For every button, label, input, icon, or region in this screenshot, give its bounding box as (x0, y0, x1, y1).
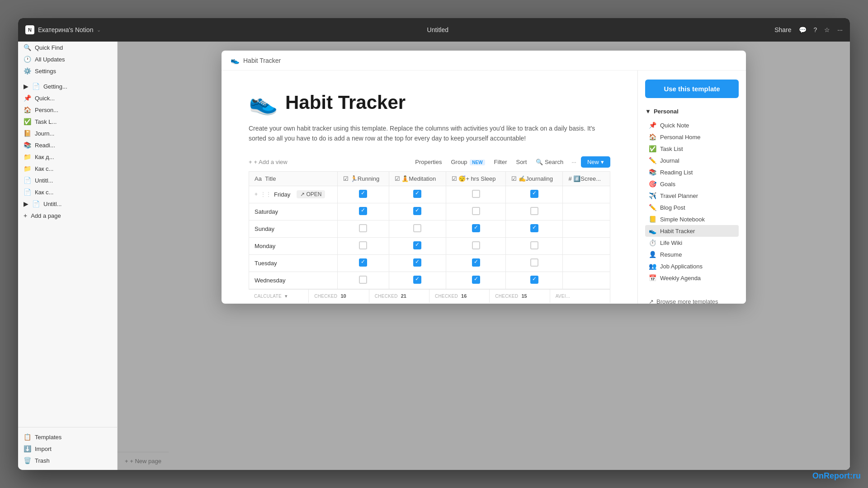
checkbox-cell[interactable] (472, 241, 480, 249)
checkbox-cell[interactable] (413, 224, 421, 232)
search-button[interactable]: 🔍 Search (532, 157, 567, 167)
checkbox-cell[interactable] (413, 190, 421, 198)
sidebar-item-updates[interactable]: 🕐 All Updates (18, 53, 117, 65)
panel-item-personal-home[interactable]: 🏠Personal Home (645, 131, 739, 143)
checkbox-cell[interactable] (472, 258, 480, 267)
new-record-button[interactable]: New ▾ (581, 156, 610, 168)
journaling-cell (506, 237, 563, 254)
open-record-button[interactable]: ↗ OPEN (297, 190, 325, 198)
checkbox-cell[interactable] (472, 207, 480, 215)
sidebar-item-journal[interactable]: 📔 Journ... (18, 127, 117, 139)
sidebar-item-kak3[interactable]: 📄 Как с... (18, 186, 117, 198)
panel-item-simple-notebook[interactable]: 📒Simple Notebook (645, 213, 739, 225)
sidebar-item-untitled[interactable]: 📄 Untitl... (18, 174, 117, 186)
meditation-cell (389, 237, 446, 254)
sidebar-trash[interactable]: 🗑️ Trash (18, 455, 117, 466)
item-icon: 👤 (649, 251, 656, 258)
sidebar-item-kak1[interactable]: 📁 Как д... (18, 151, 117, 163)
more-icon[interactable]: ··· (837, 26, 843, 33)
sidebar-item-kak2[interactable]: 📁 Как с... (18, 163, 117, 174)
sidebar-item-quick[interactable]: 📌 Quick... (18, 92, 117, 104)
right-panel: Use this template ▼ Personal 📌Quick Note… (637, 70, 746, 304)
modal-back-icon[interactable]: 👟 (231, 56, 240, 65)
sidebar-item-settings[interactable]: ⚙️ Settings (18, 65, 117, 77)
panel-item-quick-note[interactable]: 📌Quick Note (645, 119, 739, 131)
template-title-row: 👟 Habit Tracker (249, 89, 610, 116)
item-icon: 🎯 (649, 180, 656, 188)
panel-item-habit-tracker[interactable]: 👟Habit Tracker (645, 225, 739, 237)
add-row-button[interactable]: + (255, 191, 258, 197)
sidebar-item-search[interactable]: 🔍 Quick Find (18, 42, 117, 53)
browse-more-button[interactable]: ↗ Browse more templates (645, 295, 739, 304)
sidebar-item-getting[interactable]: ▶ 📄 Getting... (18, 80, 117, 92)
checkbox-cell[interactable] (413, 207, 421, 215)
checkbox-cell[interactable] (359, 207, 367, 215)
panel-item-resume[interactable]: 👤Resume (645, 249, 739, 260)
sidebar-item-personal[interactable]: 🏠 Person... (18, 104, 117, 116)
favorite-icon[interactable]: ☆ (824, 26, 830, 33)
group-button[interactable]: Group NEW (447, 157, 488, 167)
properties-button[interactable]: Properties (411, 157, 445, 167)
sidebar-import[interactable]: ⬇️ Import (18, 443, 117, 455)
panel-item-travel-planner[interactable]: ✈️Travel Planner (645, 190, 739, 202)
sidebar-templates[interactable]: 📋 Templates (18, 431, 117, 443)
more-options-button[interactable]: ··· (569, 157, 579, 167)
item-label: Simple Notebook (660, 216, 705, 223)
main-layout: 🔍 Quick Find 🕐 All Updates ⚙️ Settings ▶… (18, 42, 850, 470)
table-toolbar: + + Add a view Properties Group NEW Filt… (249, 156, 610, 168)
text-type-icon: Aa (255, 175, 262, 182)
journaling-cell (506, 186, 563, 203)
panel-item-job-applications[interactable]: 👥Job Applications (645, 260, 739, 272)
checkbox-cell[interactable] (530, 207, 538, 215)
checkbox-cell[interactable] (359, 190, 367, 198)
panel-item-blog-post[interactable]: ✏️Blog Post (645, 202, 739, 213)
checkbox-cell[interactable] (359, 241, 367, 249)
share-button[interactable]: Share (774, 26, 791, 33)
template-title: Habit Tracker (285, 92, 406, 113)
checkbox-cell[interactable] (530, 258, 538, 267)
drag-handle[interactable]: ⋮⋮ (260, 191, 271, 197)
item-label: Travel Planner (660, 192, 698, 199)
sort-button[interactable]: Sort (512, 157, 530, 167)
item-icon: 👟 (649, 227, 656, 235)
panel-item-goals[interactable]: 🎯Goals (645, 178, 739, 190)
checkbox-cell[interactable] (530, 276, 538, 284)
sleep-cell (446, 237, 506, 254)
checkbox-cell[interactable] (359, 276, 367, 284)
use-template-button[interactable]: Use this template (645, 80, 739, 98)
checkbox-cell[interactable] (530, 241, 538, 249)
checkbox-cell[interactable] (530, 190, 538, 198)
panel-item-task-list[interactable]: ✅Task List (645, 143, 739, 155)
checkbox-cell[interactable] (413, 276, 421, 284)
running-cell (338, 203, 389, 220)
add-view-button[interactable]: + + Add a view (249, 159, 288, 165)
checkbox-cell[interactable] (472, 276, 480, 284)
col-title: Aa Title (249, 171, 338, 186)
sidebar-add-page[interactable]: + Add a page (18, 210, 117, 221)
modal-overlay: 👟 Habit Tracker 👟 Habit Tracker (118, 42, 850, 470)
checkbox-cell[interactable] (472, 224, 480, 232)
checkbox-cell[interactable] (359, 224, 367, 232)
item-icon: 📒 (649, 216, 656, 223)
checkbox-cell[interactable] (472, 190, 480, 198)
notion-logo: N (25, 25, 34, 34)
checkbox-cell[interactable] (359, 258, 367, 267)
screen-cell (563, 203, 610, 220)
checkbox-cell[interactable] (413, 241, 421, 249)
content-area: 👟 Habit Tracker 👟 Habit Tracker (118, 42, 850, 470)
panel-item-weekly-agenda[interactable]: 📅Weekly Agenda (645, 272, 739, 284)
footer-calculate[interactable]: Calculate ▾ (249, 290, 309, 303)
filter-button[interactable]: Filter (491, 157, 511, 167)
comment-icon[interactable]: 💬 (799, 26, 807, 33)
checkbox-icon: ☑ (395, 175, 400, 182)
sidebar-item-tasklist[interactable]: ✅ Task L... (18, 116, 117, 127)
panel-item-reading-list[interactable]: 📚Reading List (645, 166, 739, 178)
sidebar-item-untitled2[interactable]: ▶ 📄 Untitl... (18, 198, 117, 210)
checkbox-cell[interactable] (413, 258, 421, 267)
panel-item-life-wiki[interactable]: ⏱️Life Wiki (645, 237, 739, 249)
help-icon[interactable]: ? (814, 26, 817, 33)
panel-item-journal[interactable]: ✏️Journal (645, 155, 739, 166)
sidebar-item-reading[interactable]: 📚 Readi... (18, 139, 117, 151)
checkbox-cell[interactable] (530, 224, 538, 232)
screen-cell (563, 254, 610, 272)
